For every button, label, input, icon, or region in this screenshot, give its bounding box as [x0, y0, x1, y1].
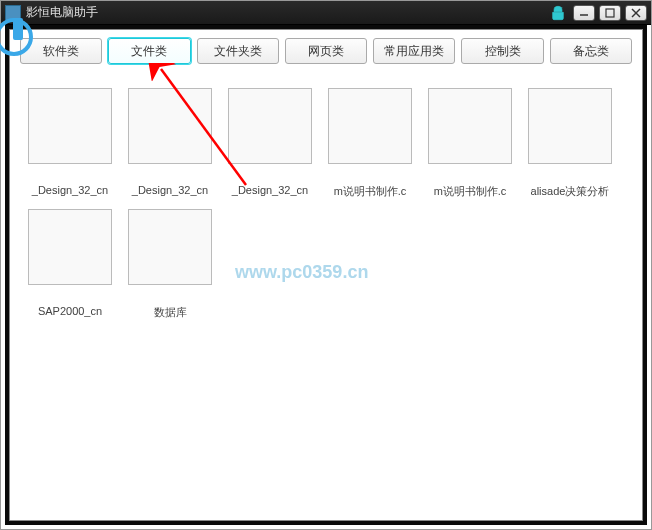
- list-item[interactable]: SAP2000_cn: [24, 209, 116, 320]
- tab-control[interactable]: 控制类: [461, 38, 543, 64]
- items-grid: _Design_32_cn _Design_32_cn _Design_32_c…: [10, 68, 642, 340]
- tab-webpages[interactable]: 网页类: [285, 38, 367, 64]
- window-title: 影恒电脑助手: [26, 4, 549, 21]
- item-label: _Design_32_cn: [24, 184, 116, 196]
- tab-software[interactable]: 软件类: [20, 38, 102, 64]
- maximize-button[interactable]: [599, 5, 621, 21]
- item-thumbnail: [28, 88, 112, 164]
- item-thumbnail: [228, 88, 312, 164]
- list-item[interactable]: _Design_32_cn: [224, 88, 316, 199]
- item-label: alisade决策分析: [524, 184, 616, 199]
- item-label: 数据库: [124, 305, 216, 320]
- tab-folders[interactable]: 文件夹类: [197, 38, 279, 64]
- list-item[interactable]: _Design_32_cn: [124, 88, 216, 199]
- list-item[interactable]: 数据库: [124, 209, 216, 320]
- tab-files[interactable]: 文件类: [108, 38, 190, 64]
- app-window: 影恒电脑助手 软件类 文件类 文件夹类 网页类 常用应用类 控制类 备忘类: [0, 0, 652, 530]
- list-item[interactable]: alisade决策分析: [524, 88, 616, 199]
- app-body: 软件类 文件类 文件夹类 网页类 常用应用类 控制类 备忘类 _Design_3…: [5, 25, 647, 525]
- tab-memo[interactable]: 备忘类: [550, 38, 632, 64]
- item-thumbnail: [428, 88, 512, 164]
- app-icon: [5, 5, 21, 21]
- item-thumbnail: [128, 209, 212, 285]
- android-icon[interactable]: [549, 5, 567, 21]
- item-thumbnail: [528, 88, 612, 164]
- item-label: _Design_32_cn: [124, 184, 216, 196]
- close-button[interactable]: [625, 5, 647, 21]
- item-label: m说明书制作.c: [324, 184, 416, 199]
- list-item[interactable]: m说明书制作.c: [424, 88, 516, 199]
- tab-common-apps[interactable]: 常用应用类: [373, 38, 455, 64]
- item-thumbnail: [128, 88, 212, 164]
- list-item[interactable]: _Design_32_cn: [24, 88, 116, 199]
- item-thumbnail: [28, 209, 112, 285]
- svg-rect-1: [606, 9, 614, 17]
- titlebar: 影恒电脑助手: [1, 1, 651, 25]
- item-label: _Design_32_cn: [224, 184, 316, 196]
- item-thumbnail: [328, 88, 412, 164]
- list-item[interactable]: m说明书制作.c: [324, 88, 416, 199]
- tabs-row: 软件类 文件类 文件夹类 网页类 常用应用类 控制类 备忘类: [10, 30, 642, 68]
- item-label: m说明书制作.c: [424, 184, 516, 199]
- item-label: SAP2000_cn: [24, 305, 116, 317]
- minimize-button[interactable]: [573, 5, 595, 21]
- content-area: 软件类 文件类 文件夹类 网页类 常用应用类 控制类 备忘类 _Design_3…: [9, 29, 643, 521]
